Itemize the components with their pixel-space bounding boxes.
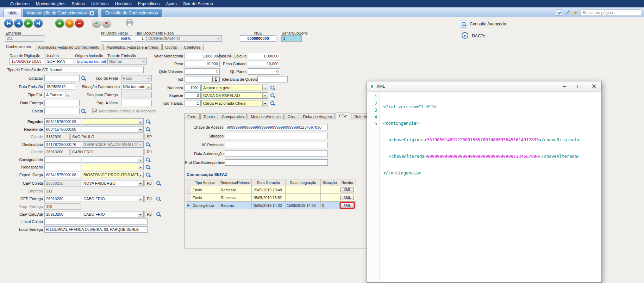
dacte-icon[interactable]: e [462, 32, 468, 39]
m3-field[interactable] [185, 76, 212, 82]
dropdown-arrow-icon[interactable] [65, 92, 70, 97]
tipo-emissao-combo[interactable]: Normal [107, 58, 147, 64]
sefaz-row-1[interactable]: Envio Remessa 15/05/2019 10:48 XML [186, 186, 356, 194]
cep-entrega-field[interactable]: 28913200 [44, 196, 81, 202]
menu-item-ajuda[interactable]: Ajuda [163, 1, 180, 7]
col-header-data-geracao[interactable]: Data Geração [251, 179, 285, 186]
sefaz-row-2[interactable]: Envio Remessa 15/05/2019 13:52 XML [186, 194, 356, 202]
last-record-button[interactable]: ▶ [34, 19, 43, 27]
tab-tabela[interactable]: Tabela [200, 113, 218, 119]
local-entrega-field[interactable]: R LOURIVAL FRANCA OLIVEIRA, 03, PARQUE B… [44, 226, 148, 233]
tipo-transp-combo[interactable]: Carga Fracionada Cheia [201, 100, 268, 106]
print-button[interactable] [125, 19, 134, 27]
redespacho-search-icon[interactable] [145, 164, 151, 170]
page-search-input[interactable] [581, 9, 641, 16]
tipo-transp-search-icon[interactable] [270, 100, 275, 106]
remetente-field[interactable]: 60341575000108 [44, 126, 81, 133]
dropdown-arrow-icon[interactable] [138, 157, 143, 162]
next-record-button[interactable]: ▶ [24, 19, 33, 27]
menu-item-saidas[interactable]: Saídas [69, 1, 88, 7]
nsu-field[interactable]: 0000000000 [240, 35, 276, 42]
dropdown-arrow-icon[interactable] [138, 196, 143, 201]
consignatario-nome-combo[interactable] [82, 156, 144, 163]
usuario-field[interactable]: SOFTRAN [45, 58, 74, 64]
dropdown-arrow-icon[interactable] [262, 101, 268, 106]
edit-record-button[interactable]: ✎ [65, 19, 74, 27]
previous-record-button[interactable]: ◀ [14, 19, 23, 27]
tipo-documento-combo[interactable]: CONHECIMENTO [146, 35, 222, 42]
confirm-button[interactable]: ✔ [92, 19, 101, 27]
natureza-combo[interactable]: Acucar em geral [201, 85, 268, 91]
first-record-button[interactable]: ◀ [4, 19, 13, 27]
prot-can-extemporaneo-field[interactable] [225, 159, 328, 166]
maximize-button[interactable] [575, 83, 584, 90]
cep-calc-ate-field[interactable]: 28913200 [44, 211, 81, 217]
peso-cubado-field[interactable]: 10,000 [248, 61, 280, 67]
data-digitacao-field[interactable]: 15/05/2019 10:53 [10, 58, 44, 64]
cancel-button[interactable]: ✖ [102, 19, 111, 27]
mercadoria-checkbox[interactable] [92, 109, 97, 113]
qt-pares-field[interactable]: 0 [248, 68, 280, 75]
exped-carga-nome-combo[interactable]: BIOSERVICE PRODUTOS MEDIC [82, 172, 144, 178]
remetente-nome-combo[interactable] [82, 126, 144, 133]
dropdown-arrow-icon[interactable] [216, 36, 221, 41]
consulta-avancada-icon[interactable] [460, 20, 467, 27]
cep-coleta-field[interactable]: 28630250 [44, 180, 81, 186]
menu-item-sair-do-sistema[interactable]: Sair do Sistema [180, 1, 216, 7]
tab-obs[interactable]: Obs. [285, 113, 299, 119]
xml-dialog-titlebar[interactable]: XML [367, 81, 601, 92]
tab-manifestos[interactable]: Manifestos, Faturas e Entrega [103, 44, 161, 50]
cotacao-search-icon[interactable] [81, 75, 86, 81]
tab-motorista-veiculo[interactable]: Motorista/Veículo [248, 113, 283, 119]
col-header-data-integracao[interactable]: Data Integração [285, 179, 320, 186]
tab-frete[interactable]: Frete [184, 113, 200, 119]
close-button[interactable] [589, 83, 599, 90]
tab-outros[interactable]: Outros [162, 44, 180, 50]
chave-acesso-field[interactable]: 9999999999999999999999999999999999123456… [225, 124, 328, 130]
tab-manutencao-conhecimentos[interactable]: Manutenção de Conhecimentos [23, 9, 98, 17]
destinatario-field[interactable]: 24178728000176 [44, 141, 81, 148]
menu-item-movimentacoes[interactable]: Movimentações [33, 1, 69, 7]
col-header-tipo-arquivo[interactable]: Tipo Arquivo [191, 179, 219, 186]
consignatario-search-icon[interactable] [145, 157, 151, 162]
collapse-panel-icon[interactable] [556, 10, 562, 16]
remetente-search-icon[interactable] [145, 127, 151, 132]
dacte-label[interactable]: DACTe [472, 33, 485, 38]
menu-item-cadastros[interactable]: Cadastros [7, 1, 33, 7]
data-entrega-field[interactable] [44, 100, 80, 106]
menu-item-utilitarios[interactable]: Utilitários [88, 1, 112, 7]
xml-editor[interactable]: 1 2 3 4 5 <?xml version="1.0"?> <conting… [367, 92, 601, 282]
tools-icon[interactable] [565, 10, 570, 16]
tolerancia-quebra-field[interactable] [257, 76, 288, 82]
data-emissao-field[interactable]: 15/05/2019 [44, 84, 75, 90]
redespacho-nome-combo[interactable] [82, 164, 144, 170]
data-autorizacao-field[interactable] [225, 150, 328, 157]
cep-calc-cidade-combo[interactable]: CABO FRIO [82, 211, 144, 217]
tab-inicio[interactable]: Início [4, 9, 21, 17]
cotacao-field[interactable] [44, 75, 80, 81]
local-coleta-field[interactable] [44, 219, 148, 225]
dropdown-arrow-icon[interactable] [262, 85, 268, 90]
sefaz-row-3-selected[interactable]: ▶ Contingência Retorno 15/05/2019 14:03 … [186, 202, 356, 209]
consignatario-field[interactable] [44, 156, 81, 163]
dropdown-arrow-icon[interactable] [138, 172, 143, 177]
col-header-remessa-retorno[interactable]: Remessa/Retorno [219, 179, 252, 186]
protocolo-field[interactable] [225, 142, 328, 148]
situacao-field[interactable] [225, 133, 328, 139]
delete-record-button[interactable]: − [75, 19, 84, 27]
cep-calc-search-icon[interactable] [156, 211, 161, 217]
col-header-recibo[interactable]: Recibo [339, 179, 356, 186]
exped-carga-search-icon[interactable] [145, 172, 151, 178]
coleta-search-icon[interactable] [81, 108, 86, 114]
dropdown-arrow-icon[interactable] [138, 212, 143, 217]
dropdown-arrow-icon[interactable] [138, 181, 143, 186]
empresa-header-field[interactable]: 211 [5, 35, 44, 42]
pagador-search-icon[interactable] [145, 119, 151, 124]
cep-entrega-cidade-combo[interactable]: CABO FRIO [82, 196, 144, 202]
redespacho-field[interactable] [44, 164, 81, 170]
close-tab-icon[interactable] [89, 11, 94, 16]
natureza-search-icon[interactable] [270, 85, 275, 91]
tab-ficha-de-viagem[interactable]: Ficha de Viagem [300, 113, 335, 119]
dropdown-arrow-icon[interactable] [138, 165, 143, 170]
tipo-transp-code-field[interactable]: 1 [185, 100, 201, 106]
